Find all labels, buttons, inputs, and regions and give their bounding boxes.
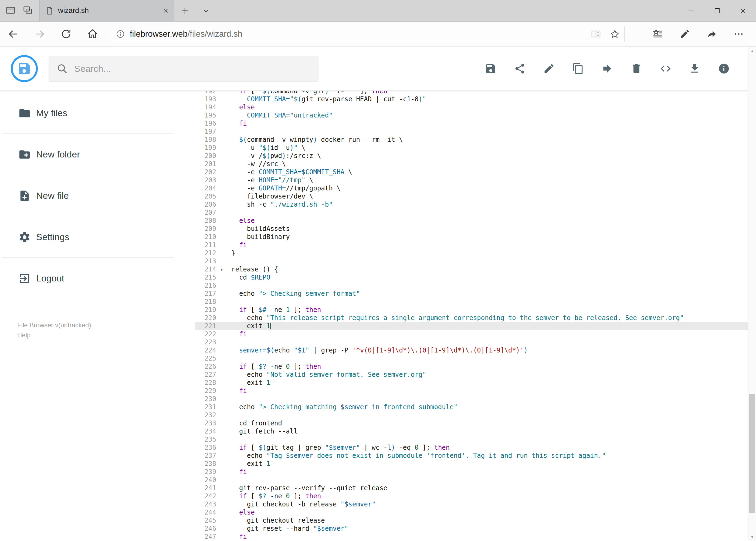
code-line[interactable]: 247 fi [195,533,756,541]
code-line[interactable]: 198 $(command -v winpty) docker run --rm… [195,136,756,144]
forward-button[interactable] [26,22,53,47]
code-line[interactable]: 243 git checkout -b release "$semver" [195,500,756,508]
code-line[interactable]: 199 -u "$(id -u)" \ [195,144,756,152]
code-line[interactable]: 205 filebrowser/dev \ [195,192,756,201]
reading-view-icon[interactable] [591,29,601,39]
home-button[interactable] [79,22,106,47]
back-button[interactable] [0,22,26,47]
sidebar-item-settings[interactable]: Settings [0,216,195,258]
code-line[interactable]: 195 COMMIT_SHA="untracked" [195,111,756,119]
code-line[interactable]: 201 -w //src \ [195,160,756,168]
set-tabs-aside-icon[interactable] [5,5,16,16]
scrollbar-thumb[interactable] [749,394,755,513]
search-input[interactable] [74,64,311,74]
code-line[interactable]: 237 echo "Tag $semver does not exist in … [195,452,756,460]
code-line[interactable]: 193 COMMIT_SHA="$(git rev-parse HEAD | c… [195,95,756,103]
code-line[interactable]: 212} [195,249,756,257]
code-line[interactable]: 219 if [ $# -ne 1 ]; then [195,306,756,314]
tabs-set-aside-icon[interactable] [23,5,33,16]
code-line[interactable]: 240 [195,476,756,484]
code-line[interactable]: 227 echo "Not valid semver format. See s… [195,370,756,379]
info-button[interactable] [718,62,730,75]
code-line[interactable]: 218 [195,297,756,306]
download-button[interactable] [688,62,701,75]
code-line[interactable]: 233 cd frontend [195,419,756,427]
code-line[interactable]: 230 [195,395,756,403]
code-line[interactable]: 246 git reset --hard "$semver" [195,525,756,533]
code-line[interactable]: 211 fi [195,241,756,249]
code-line[interactable]: 232 [195,411,756,419]
tab-close-icon[interactable] [162,7,169,14]
code-line[interactable]: 231 echo "> Checking matching $semver in… [195,403,756,411]
code-line[interactable]: 236 if [ $(git tag | grep "$semver" | wc… [195,443,756,452]
share-file-button[interactable] [514,62,526,75]
address-bar[interactable]: filebrowser.web/files/wizard.sh [109,26,625,42]
tab-list-button[interactable] [195,0,216,21]
code-line[interactable]: 197 [195,128,756,136]
code-line[interactable]: 213 [195,257,756,265]
code-line[interactable]: 209 buildAssets [195,225,756,233]
code-line-partial[interactable]: 192 if [ "$(command -v git)" != "" ]; th… [195,91,756,95]
more-options-button[interactable] [725,22,752,47]
edit-button[interactable] [543,62,555,75]
sidebar-item-logout[interactable]: Logout [0,258,195,299]
code-line[interactable]: 242 if [ $? -ne 0 ]; then [195,492,756,500]
web-note-button[interactable] [671,22,698,47]
favorite-star-icon[interactable] [610,29,620,39]
code-line[interactable]: 207 [195,209,756,217]
fold-marker-icon[interactable]: ▾ [218,265,225,273]
code-line[interactable]: 194 else [195,103,756,111]
delete-button[interactable] [630,62,642,75]
code-line[interactable]: 210 buildBinary [195,233,756,241]
browser-tab[interactable]: wizard.sh [39,0,174,21]
scroll-up-arrow-icon[interactable]: ▲ [748,47,756,55]
code-line[interactable]: 204 -e GOPATH=//tmp/gopath \ [195,184,756,192]
sidebar-item-new-folder[interactable]: New folder [0,134,195,175]
code-line[interactable]: 206 sh -c "./wizard.sh -b" [195,201,756,209]
raw-code-button[interactable] [659,62,672,75]
code-line[interactable]: 225 [195,354,756,362]
code-line[interactable]: 228 exit 1 [195,379,756,387]
code-line[interactable]: 223 [195,338,756,346]
code-line[interactable]: 220 echo "This release script requires a… [195,314,756,322]
code-line[interactable]: 241 git rev-parse --verify --quiet relea… [195,484,756,492]
sidebar-item-my-files[interactable]: My files [0,92,195,134]
refresh-button[interactable] [53,22,79,47]
code-line[interactable]: 239 fi [195,468,756,476]
code-line[interactable]: 203 -e HOME="//tmp" \ [195,176,756,184]
code-line[interactable]: 229 fi [195,387,756,395]
move-button[interactable] [601,62,614,75]
minimize-button[interactable] [678,0,704,21]
sidebar-item-new-file[interactable]: New file [0,175,195,216]
code-line[interactable]: 216 [195,281,756,289]
code-line[interactable]: 244 else [195,508,756,516]
code-line[interactable]: 224 semver=$(echo "$1" | grep -P '^v(0|[… [195,346,756,354]
code-line[interactable]: 202 -e COMMIT_SHA=$COMMIT_SHA \ [195,168,756,176]
code-line[interactable]: 235 [195,435,756,443]
code-line[interactable]: 238 exit 1 [195,460,756,468]
code-line[interactable]: 245 git checkout release [195,516,756,525]
scroll-down-arrow-icon[interactable]: ▼ [748,533,756,541]
help-link[interactable]: Help [17,330,195,340]
code-line[interactable]: 200 -v /$(pwd):/src:z \ [195,152,756,160]
code-line[interactable]: 217 echo "> Checking semver format" [195,289,756,297]
code-line[interactable]: 222 fi [195,330,756,338]
code-line[interactable]: 208 else [195,217,756,225]
code-line[interactable]: 215 cd $REPO [195,273,756,281]
site-info-icon[interactable] [116,29,125,39]
code-line[interactable]: 196 fi [195,119,756,128]
search-box[interactable] [49,56,319,82]
code-line[interactable]: 221 exit 1 [195,322,756,330]
code-line[interactable]: 226 if [ $? -ne 0 ]; then [195,362,756,370]
code-line[interactable]: 234 git fetch --all [195,427,756,435]
code-line[interactable]: 214▾release () { [195,265,756,273]
maximize-button[interactable] [704,0,730,21]
close-window-button[interactable] [730,0,756,21]
copy-button[interactable] [572,62,584,75]
share-page-button[interactable] [698,22,725,47]
new-tab-button[interactable] [174,0,195,21]
vertical-scrollbar[interactable]: ▲ ▼ [748,47,756,541]
filebrowser-logo[interactable] [11,55,38,82]
hub-favorites-button[interactable] [644,22,671,47]
save-button[interactable] [484,62,497,75]
